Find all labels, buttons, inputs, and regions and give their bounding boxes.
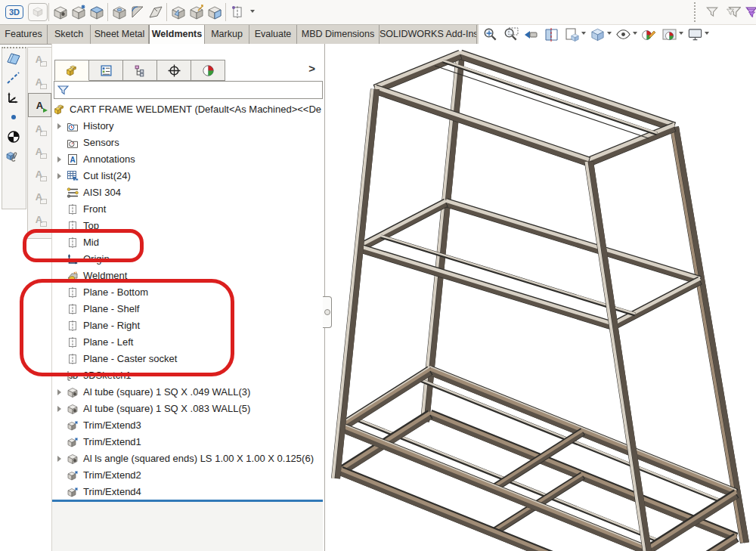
tree-root-cart-frame-weldment[interactable]: CART FRAME WELDMENT (Default<As Machined… <box>52 101 323 118</box>
dropdown-arrow-icon[interactable] <box>607 32 612 37</box>
expand-arrow-icon[interactable] <box>57 123 61 129</box>
filter-funnel-stack-button[interactable] <box>744 2 756 22</box>
annotation-button-7[interactable]: A <box>28 185 50 208</box>
zoom-to-fit-button[interactable] <box>481 26 499 43</box>
annotation-views-icon <box>564 26 580 42</box>
tree-item-al-tube-049[interactable]: Al tube (square) 1 SQ X .049 WALL(3) <box>52 384 323 401</box>
accessory-icon <box>40 153 47 159</box>
tree-filter-input[interactable] <box>70 82 322 98</box>
annotation-views-button[interactable] <box>562 26 581 43</box>
toolbar-separator-dotted <box>694 2 696 22</box>
tab-features[interactable]: Features <box>0 25 48 45</box>
displaymanager-tab[interactable] <box>191 60 225 81</box>
end-cap-button[interactable] <box>206 2 224 22</box>
tree-item-al-tube-083[interactable]: Al tube (square) 1 SQ X .083 WALL(5) <box>52 401 323 417</box>
tree-item-weldment[interactable]: Weldment <box>52 268 323 284</box>
expand-arrow-icon[interactable] <box>57 406 61 412</box>
zoom-to-area-button[interactable] <box>501 26 519 43</box>
panel-expand-chevron[interactable]: > <box>308 62 315 75</box>
tree-item-history[interactable]: History <box>52 118 323 135</box>
dropdown-arrow-icon[interactable] <box>705 32 709 37</box>
tab-sketch[interactable]: Sketch <box>48 25 91 45</box>
annotation-button-2[interactable]: A <box>28 70 50 93</box>
weldment-button[interactable] <box>29 2 47 22</box>
expand-arrow-icon[interactable] <box>57 389 61 395</box>
structural-member-button[interactable] <box>51 2 70 22</box>
annotation-button-6[interactable]: A <box>28 163 50 185</box>
coordinate-system-button[interactable] <box>2 88 24 107</box>
mate-reference-button[interactable] <box>2 147 24 166</box>
weld-bead-button[interactable] <box>187 2 206 22</box>
filter-funnel-multi-button[interactable] <box>724 2 742 22</box>
3d-sketch-button[interactable]: 3D <box>4 2 25 22</box>
tab-weldments[interactable]: Weldments <box>149 25 205 45</box>
section-view-button[interactable] <box>542 26 560 43</box>
previous-view-button[interactable] <box>522 26 540 43</box>
tree-item-plane-shelf[interactable]: Plane - Shelf <box>52 301 323 317</box>
dropdown-arrow-icon[interactable] <box>581 32 586 37</box>
tree-item-origin[interactable]: Origin <box>52 251 323 268</box>
dimxpertmanager-tab[interactable] <box>157 60 191 81</box>
center-of-mass-button[interactable] <box>2 127 24 147</box>
tree-item-cut-list[interactable]: Cut list(24) <box>52 168 323 184</box>
tree-item-annotations[interactable]: Annotations <box>52 151 323 168</box>
expand-arrow-icon[interactable] <box>57 156 61 163</box>
trim-extend-button[interactable] <box>70 2 88 22</box>
tree-item-top-plane[interactable]: Top <box>52 218 323 234</box>
tab-mbd-dimensions[interactable]: MBD Dimensions <box>297 25 380 45</box>
filter-funnel-button[interactable] <box>703 2 721 22</box>
tree-item-plane-caster-socket[interactable]: Plane - Caster socket <box>52 351 323 367</box>
tree-item-trim-extend4[interactable]: Trim/Extend4 <box>52 484 323 500</box>
view-orientation-button[interactable] <box>588 26 606 43</box>
annotation-button-4[interactable]: A <box>28 117 50 140</box>
fillet-icon <box>129 4 146 20</box>
tree-item-material-aisi-304[interactable]: AISI 304 <box>52 184 323 201</box>
tree-item-sensors[interactable]: Sensors <box>52 135 323 151</box>
chamfer-button[interactable] <box>147 2 165 22</box>
edit-appearance-button[interactable] <box>640 26 658 43</box>
tree-item-trim-extend2[interactable]: Trim/Extend2 <box>52 467 323 484</box>
tab-sheet-metal[interactable]: Sheet Metal <box>91 25 149 45</box>
extruded-boss-button[interactable] <box>88 2 106 22</box>
reference-plane-dropdown[interactable] <box>248 2 257 22</box>
dropdown-arrow-icon[interactable] <box>633 32 637 37</box>
hide-show-items-button[interactable] <box>614 26 632 43</box>
annotation-button-5[interactable]: A <box>28 140 50 163</box>
graphics-area[interactable] <box>324 44 756 551</box>
tree-item-plane-right[interactable]: Plane - Right <box>52 317 323 334</box>
cart-frame-weldment-model[interactable] <box>324 44 756 551</box>
gusset-button[interactable] <box>169 2 187 22</box>
tab-evaluate[interactable]: Evaluate <box>249 25 297 45</box>
tree-item-al-ls-angle[interactable]: Al ls angle (squared ends) LS 1.00 X 1.0… <box>52 450 323 467</box>
point-button[interactable] <box>2 107 24 127</box>
annotation-button-8[interactable]: A <box>28 208 50 231</box>
panel-splitter-handle[interactable] <box>323 296 332 328</box>
view-settings-button[interactable] <box>686 26 704 43</box>
expand-arrow-icon[interactable] <box>57 456 61 462</box>
extruded-cut-button[interactable] <box>110 2 129 22</box>
configurationmanager-tab[interactable] <box>123 60 157 81</box>
extruded-cut-icon <box>111 4 128 20</box>
tree-item-3dsketch1[interactable]: 3DSketch1 <box>52 367 323 384</box>
dropdown-arrow-icon[interactable] <box>679 32 683 37</box>
annotation-button-1[interactable]: A <box>28 48 50 70</box>
tree-item-trim-extend1[interactable]: Trim/Extend1 <box>52 434 323 450</box>
hide-show-items-icon <box>615 26 631 42</box>
tab-solidworks-add-ins[interactable]: SOLIDWORKS Add-Ins <box>380 25 477 45</box>
tree-item-plane-bottom[interactable]: Plane - Bottom <box>52 284 323 301</box>
propertymanager-tab[interactable] <box>89 60 123 81</box>
axis-button[interactable] <box>2 68 24 88</box>
tree-item-front-plane[interactable]: Front <box>52 201 323 218</box>
annotation-button-3-active[interactable]: A <box>28 93 51 117</box>
tree-item-trim-extend3[interactable]: Trim/Extend3 <box>52 417 323 434</box>
tree-item-mid-plane[interactable]: Mid <box>52 234 323 251</box>
apply-scene-button[interactable] <box>660 26 678 43</box>
featuremanager-tab[interactable] <box>54 60 89 81</box>
heads-up-view-toolbar <box>481 25 756 44</box>
reference-plane-button[interactable] <box>230 2 245 22</box>
tree-item-plane-left[interactable]: Plane - Left <box>52 334 323 351</box>
tab-markup[interactable]: Markup <box>205 25 249 45</box>
expand-arrow-icon[interactable] <box>57 173 61 179</box>
fillet-button[interactable] <box>129 2 147 22</box>
plane-button[interactable] <box>2 48 24 68</box>
